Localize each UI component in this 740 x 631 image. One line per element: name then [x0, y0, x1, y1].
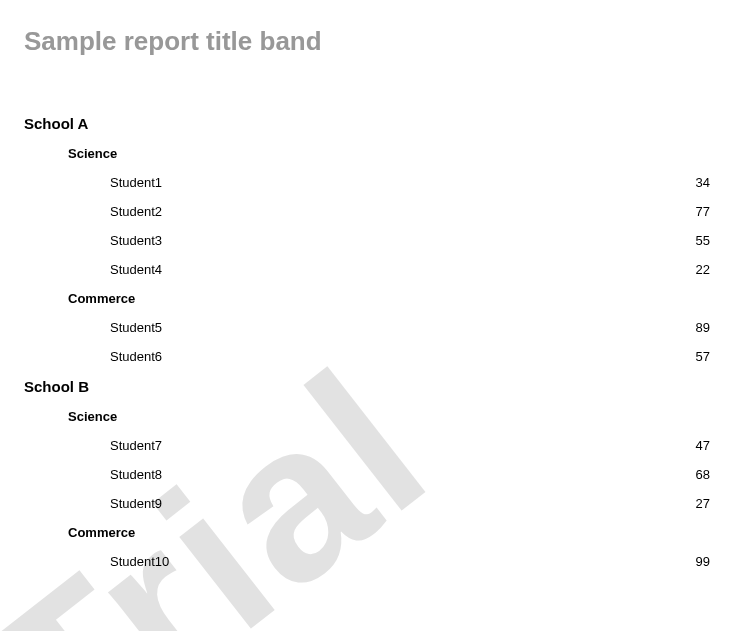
student-name: Student5: [110, 320, 162, 335]
student-name: Student2: [110, 204, 162, 219]
student-score: 47: [696, 438, 710, 453]
student-name: Student4: [110, 262, 162, 277]
department-heading: Science: [68, 409, 716, 424]
report-title: Sample report title band: [24, 26, 716, 57]
student-row: Student4 22: [24, 262, 716, 277]
student-name: Student9: [110, 496, 162, 511]
student-row: Student2 77: [24, 204, 716, 219]
student-name: Student8: [110, 467, 162, 482]
department-heading: Science: [68, 146, 716, 161]
student-name: Student1: [110, 175, 162, 190]
student-score: 22: [696, 262, 710, 277]
student-score: 57: [696, 349, 710, 364]
school-heading: School B: [24, 378, 716, 395]
student-score: 27: [696, 496, 710, 511]
report-content: Sample report title band School A Scienc…: [24, 26, 716, 569]
student-row: Student5 89: [24, 320, 716, 335]
department-heading: Commerce: [68, 291, 716, 306]
school-heading: School A: [24, 115, 716, 132]
student-score: 89: [696, 320, 710, 335]
department-heading: Commerce: [68, 525, 716, 540]
student-name: Student7: [110, 438, 162, 453]
student-score: 99: [696, 554, 710, 569]
student-score: 77: [696, 204, 710, 219]
report-page: Trial Sample report title band School A …: [0, 0, 740, 631]
student-row: Student8 68: [24, 467, 716, 482]
student-name: Student6: [110, 349, 162, 364]
student-row: Student1 34: [24, 175, 716, 190]
student-row: Student6 57: [24, 349, 716, 364]
student-name: Student10: [110, 554, 169, 569]
student-row: Student10 99: [24, 554, 716, 569]
student-row: Student3 55: [24, 233, 716, 248]
student-score: 34: [696, 175, 710, 190]
student-name: Student3: [110, 233, 162, 248]
student-row: Student7 47: [24, 438, 716, 453]
student-score: 55: [696, 233, 710, 248]
student-row: Student9 27: [24, 496, 716, 511]
student-score: 68: [696, 467, 710, 482]
